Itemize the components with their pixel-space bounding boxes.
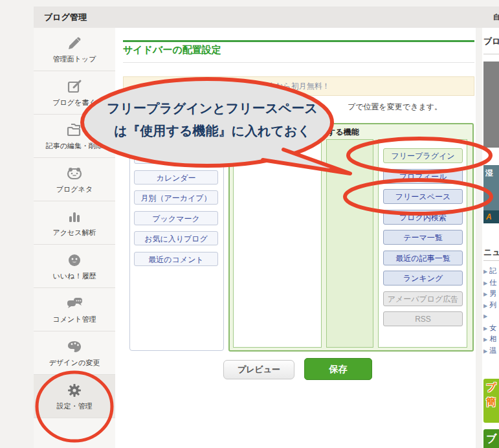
right-side-panel: ブロ 湿 A ニュ ▶記 ▶仕 ▶男 ▶列 ▶ ▶女 ▶相 ▶温 プ 簡 ブ	[482, 28, 499, 448]
header-bar: ブログ管理 自分の公開ペー	[34, 6, 499, 28]
layout-drop-column-1[interactable]	[233, 139, 322, 348]
comments-icon	[65, 295, 83, 312]
feature-chip-recent-articles[interactable]: 最近の記事一覧	[383, 251, 463, 265]
sidebar: 管理面トップ ブログを書く 記事の編集・削除 ブログネタ アクセス解析	[34, 28, 116, 448]
sidebar-item-admin-top[interactable]: 管理面トップ	[34, 28, 115, 71]
feature-chip-favorite-blogs[interactable]: お気に入りブログ	[134, 231, 218, 245]
news-link-label: 仕	[489, 278, 496, 286]
sidebar-item-blog-neta[interactable]: ブログネタ	[34, 158, 115, 201]
news-link-label: 列	[489, 301, 496, 309]
main-content: サイドバーの配置設定 今なら初月無料！ プで位置を変更できます。 カレンダー 月…	[115, 28, 476, 448]
sidebar-item-write-blog[interactable]: ブログを書く	[34, 71, 115, 115]
blog-admin-screen: ブログ管理 自分の公開ペー 管理面トップ ブログを書く 記事の編集・削除	[0, 0, 499, 448]
feature-chip-rss: RSS	[383, 311, 463, 326]
top-accent-rule	[123, 40, 474, 42]
used-features-panel: 使用する機能 フリープラグイン プロフィール フリースペース ブログ内検索 テー…	[228, 123, 474, 352]
sidebar-item-label: ブログネタ	[56, 185, 93, 194]
feature-chip-monthly-archive[interactable]: 月別（アーカイブ）	[134, 190, 218, 205]
feature-chip-calendar[interactable]: カレンダー	[134, 170, 218, 185]
sidebar-item-access-analysis[interactable]: アクセス解析	[34, 201, 115, 245]
sidebar-item-label: ブログを書く	[52, 98, 96, 107]
feature-chip-theme-list[interactable]: テーマ一覧	[383, 230, 463, 245]
news-link[interactable]: ▶女	[483, 323, 496, 333]
divider	[483, 54, 499, 54]
gear-icon	[67, 382, 82, 399]
ad-banner-strip: A	[483, 210, 499, 223]
news-link-label: 男	[489, 289, 496, 297]
news-link[interactable]: ▶温	[483, 346, 496, 355]
banner-char: プ	[486, 381, 499, 394]
news-link-label: 記	[489, 267, 496, 274]
arrow-icon: ▶	[483, 269, 487, 274]
news-link[interactable]: ▶列	[483, 300, 496, 310]
sidebar-item-label: 管理面トップ	[53, 54, 96, 64]
instruction-text: プで位置を変更できます。	[348, 102, 442, 113]
preview-button[interactable]: プレビュー	[223, 360, 294, 379]
pencil-icon	[67, 35, 82, 52]
arrow-icon: ▶	[483, 303, 487, 309]
feature-chip[interactable]	[134, 150, 218, 164]
ad-strip-text: A	[486, 212, 492, 221]
sidebar-item-label: 設定・管理	[57, 401, 93, 411]
ad-image-banner[interactable]: 湿 A	[483, 165, 499, 223]
sidebar-item-label: いいね！履歴	[53, 271, 96, 281]
feature-chip-bookmark[interactable]: ブックマーク	[134, 211, 218, 225]
arrow-icon: ▶	[483, 280, 487, 286]
sidebar-item-like-history[interactable]: いいね！履歴	[34, 245, 115, 288]
news-link-label: 温	[489, 346, 496, 354]
unused-features-box: カレンダー 月別（アーカイブ） ブックマーク お気に入りブログ 最近のコメント	[129, 127, 224, 351]
feature-chip-recent-comments[interactable]: 最近のコメント	[134, 252, 218, 266]
save-button[interactable]: 保存	[304, 358, 372, 380]
feature-chip-ranking[interactable]: ランキング	[383, 271, 463, 286]
banner-char: 簡	[486, 396, 499, 409]
ad-overlay-text: 湿	[485, 168, 493, 179]
feature-chip-free-plugin[interactable]: フリープラグイン	[383, 148, 463, 163]
promo-banner-text: 今なら初月無料！	[267, 82, 330, 91]
layout-drop-column-2[interactable]	[326, 139, 373, 348]
news-link-label: 相	[489, 335, 496, 342]
sidebar-item-label: コメント管理	[52, 315, 96, 324]
banner-char: ブ	[486, 432, 499, 446]
promo-banner-dark-green[interactable]: ブ	[483, 429, 499, 448]
page-title: サイドバーの配置設定	[123, 44, 221, 56]
feature-chip-profile[interactable]: プロフィール	[383, 169, 463, 184]
news-link-label: 女	[489, 324, 496, 331]
smiley-icon	[67, 252, 82, 269]
sidebar-item-edit-delete[interactable]: 記事の編集・削除	[34, 115, 115, 158]
sidebar-item-design-change[interactable]: デザインの変更	[34, 331, 115, 375]
app-title: ブログ管理	[44, 6, 87, 28]
sidebar-item-comment-admin[interactable]: コメント管理	[34, 288, 115, 331]
sidebar-item-label: アクセス解析	[52, 228, 96, 238]
title-divider	[123, 62, 474, 63]
right-blog-heading: ブロ	[483, 36, 499, 47]
news-link[interactable]: ▶仕	[483, 278, 496, 287]
arrow-icon: ▶	[483, 348, 487, 354]
divider	[483, 260, 499, 261]
arrow-icon: ▶	[483, 337, 487, 342]
news-link[interactable]: ▶	[483, 311, 489, 319]
news-link[interactable]: ▶記	[483, 266, 496, 276]
ad-image-placeholder[interactable]	[483, 62, 499, 148]
used-features-label: 使用する機能	[312, 127, 359, 138]
arrow-icon: ▶	[483, 291, 487, 297]
palette-icon	[66, 339, 83, 355]
sidebar-item-label: 記事の編集・削除	[46, 141, 103, 151]
bar-chart-icon	[67, 208, 82, 225]
compose-icon	[67, 78, 82, 95]
promo-banner[interactable]: 今なら初月無料！	[123, 76, 474, 96]
layout-drop-column-features[interactable]: フリープラグイン プロフィール フリースペース ブログ内検索 テーマ一覧 最近の…	[378, 139, 467, 348]
arrow-icon: ▶	[483, 326, 487, 331]
public-page-link[interactable]: 自分の公開ペー	[493, 6, 499, 28]
feature-chip-ameba-ads: アメーバブログ広告	[383, 291, 463, 306]
news-link[interactable]: ▶相	[483, 334, 496, 344]
folders-icon	[66, 122, 83, 139]
sidebar-item-settings-admin[interactable]: 設定・管理	[34, 375, 115, 418]
promo-banner-green[interactable]: プ 簡	[483, 379, 499, 423]
right-news-heading: ニュ	[483, 247, 499, 258]
feature-chip-blog-search[interactable]: ブログ内検索	[383, 210, 463, 225]
arrow-icon: ▶	[483, 313, 487, 319]
sidebar-item-label: デザインの変更	[49, 358, 100, 368]
feature-chip-free-space[interactable]: フリースペース	[383, 189, 463, 204]
news-link[interactable]: ▶男	[483, 289, 496, 298]
panda-icon	[66, 165, 83, 182]
